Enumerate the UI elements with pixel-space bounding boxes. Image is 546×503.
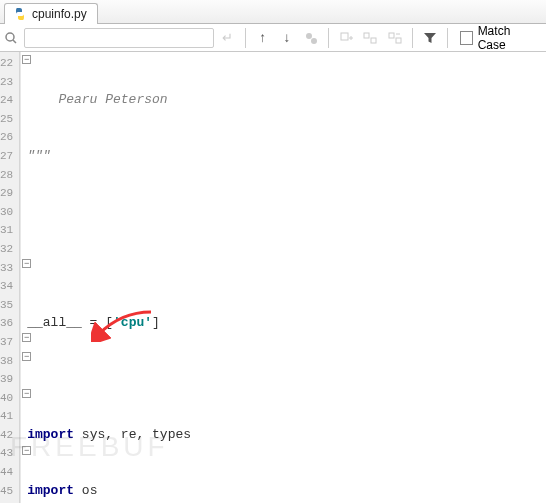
line-number: 30 bbox=[0, 203, 19, 222]
line-number: 23 bbox=[0, 73, 19, 92]
line-number: 43 bbox=[0, 444, 19, 463]
match-case-toggle[interactable]: Match Case bbox=[454, 24, 542, 52]
enter-icon[interactable]: ↵ bbox=[216, 27, 238, 49]
line-number: 29 bbox=[0, 184, 19, 203]
string-literal: 'cpu' bbox=[113, 315, 152, 330]
tab-bar: cpuinfo.py bbox=[0, 0, 546, 24]
remove-occurrence-icon[interactable] bbox=[383, 27, 405, 49]
prev-match-button[interactable]: ↑ bbox=[252, 27, 274, 49]
match-case-label: Match Case bbox=[478, 24, 536, 52]
separator bbox=[328, 28, 329, 48]
python-file-icon bbox=[13, 7, 27, 21]
keyword: import bbox=[27, 427, 74, 442]
line-number: 40 bbox=[0, 389, 19, 408]
filter-icon[interactable] bbox=[419, 27, 441, 49]
line-number: 27 bbox=[0, 147, 19, 166]
file-tab-cpuinfo[interactable]: cpuinfo.py bbox=[4, 3, 98, 24]
search-input[interactable] bbox=[24, 28, 214, 48]
svg-rect-8 bbox=[371, 38, 376, 43]
code-text: ] bbox=[152, 315, 160, 330]
next-match-button[interactable]: ↓ bbox=[276, 27, 298, 49]
line-number: 31 bbox=[0, 221, 19, 240]
svg-rect-9 bbox=[389, 33, 394, 38]
code-area[interactable]: Pearu Peterson """ __all__ = ['cpu'] imp… bbox=[21, 52, 546, 503]
checkbox-icon bbox=[460, 31, 473, 45]
select-all-occurrences-icon[interactable] bbox=[359, 27, 381, 49]
svg-rect-7 bbox=[364, 33, 369, 38]
line-number: 39 bbox=[0, 370, 19, 389]
svg-point-0 bbox=[6, 33, 14, 41]
docstring-text: Pearu Peterson bbox=[27, 92, 167, 107]
docstring-end: """ bbox=[27, 148, 50, 163]
separator bbox=[245, 28, 246, 48]
line-number: 35 bbox=[0, 296, 19, 315]
line-number: 34 bbox=[0, 277, 19, 296]
line-number: 36 bbox=[0, 314, 19, 333]
find-toolbar: ↵ ↑ ↓ Match Case bbox=[0, 24, 546, 52]
line-number: 28 bbox=[0, 166, 19, 185]
line-number: 26 bbox=[0, 128, 19, 147]
separator bbox=[412, 28, 413, 48]
line-number: 45 bbox=[0, 482, 19, 501]
line-number: 44 bbox=[0, 463, 19, 482]
keyword: import bbox=[27, 483, 74, 498]
code-text: __all__ = [ bbox=[27, 315, 113, 330]
svg-rect-10 bbox=[396, 38, 401, 43]
svg-point-2 bbox=[306, 33, 312, 39]
tab-label: cpuinfo.py bbox=[32, 7, 87, 21]
svg-point-3 bbox=[311, 38, 317, 44]
module: os bbox=[82, 483, 98, 498]
select-all-icon[interactable] bbox=[300, 27, 322, 49]
line-number: 38 bbox=[0, 352, 19, 371]
add-selection-icon[interactable] bbox=[335, 27, 357, 49]
search-icon bbox=[4, 31, 22, 45]
line-number: 42 bbox=[0, 426, 19, 445]
module-list: sys, re, types bbox=[82, 427, 191, 442]
svg-rect-4 bbox=[341, 33, 348, 40]
line-number-gutter: 2223242526272829303132333435363738394041… bbox=[0, 52, 20, 503]
line-number: 25 bbox=[0, 110, 19, 129]
editor: 2223242526272829303132333435363738394041… bbox=[0, 52, 546, 503]
separator bbox=[447, 28, 448, 48]
line-number: 37 bbox=[0, 333, 19, 352]
svg-line-1 bbox=[13, 40, 16, 43]
line-number: 32 bbox=[0, 240, 19, 259]
line-number: 24 bbox=[0, 91, 19, 110]
line-number: 22 bbox=[0, 54, 19, 73]
line-number: 41 bbox=[0, 407, 19, 426]
line-number: 33 bbox=[0, 259, 19, 278]
